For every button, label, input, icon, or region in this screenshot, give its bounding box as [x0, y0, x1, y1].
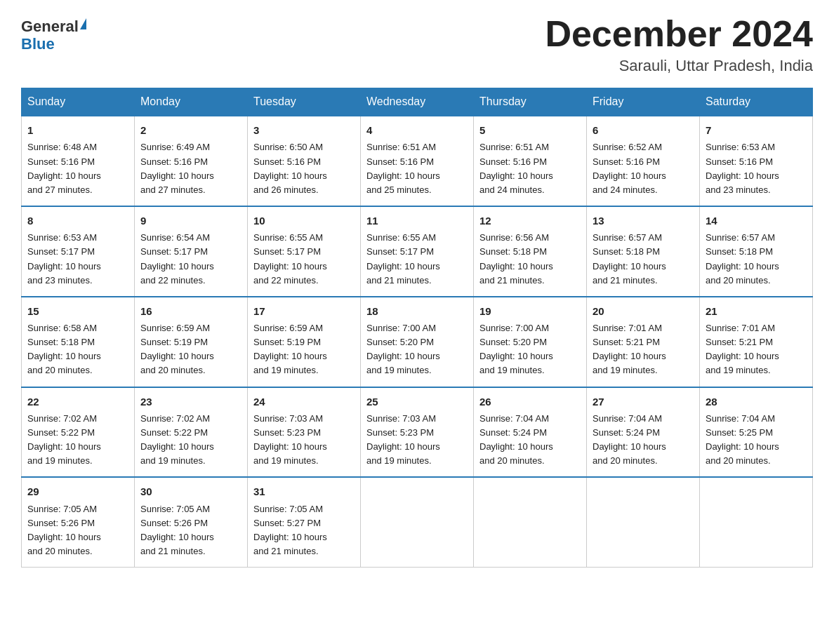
calendar-cell: 18Sunrise: 7:00 AMSunset: 5:20 PMDayligh… — [361, 297, 474, 387]
logo-blue-text: Blue — [21, 35, 55, 53]
day-info: Sunrise: 6:51 AMSunset: 5:16 PMDaylight:… — [479, 142, 553, 194]
logo: General Blue — [21, 14, 86, 53]
day-info: Sunrise: 6:59 AMSunset: 5:19 PMDaylight:… — [253, 323, 327, 375]
day-info: Sunrise: 7:01 AMSunset: 5:21 PMDaylight:… — [593, 323, 666, 375]
day-info: Sunrise: 6:50 AMSunset: 5:16 PMDaylight:… — [253, 142, 327, 194]
calendar-cell: 7Sunrise: 6:53 AMSunset: 5:16 PMDaylight… — [700, 116, 813, 206]
header-sunday: Sunday — [22, 88, 135, 116]
calendar-cell: 24Sunrise: 7:03 AMSunset: 5:23 PMDayligh… — [248, 387, 361, 478]
day-info: Sunrise: 6:49 AMSunset: 5:16 PMDaylight:… — [140, 142, 214, 194]
day-number: 12 — [479, 213, 581, 229]
calendar-cell: 16Sunrise: 6:59 AMSunset: 5:19 PMDayligh… — [135, 297, 248, 387]
calendar-cell: 2Sunrise: 6:49 AMSunset: 5:16 PMDaylight… — [135, 116, 248, 206]
day-info: Sunrise: 7:04 AMSunset: 5:24 PMDaylight:… — [593, 413, 666, 466]
calendar-cell: 26Sunrise: 7:04 AMSunset: 5:24 PMDayligh… — [474, 387, 587, 478]
calendar-body: 1Sunrise: 6:48 AMSunset: 5:16 PMDaylight… — [22, 116, 813, 568]
day-info: Sunrise: 6:55 AMSunset: 5:17 PMDaylight:… — [253, 232, 327, 285]
day-number: 24 — [253, 394, 355, 410]
calendar-cell: 20Sunrise: 7:01 AMSunset: 5:21 PMDayligh… — [587, 297, 700, 387]
day-info: Sunrise: 6:59 AMSunset: 5:19 PMDaylight:… — [140, 323, 214, 375]
calendar-cell — [474, 477, 587, 567]
day-number: 17 — [253, 303, 355, 319]
day-info: Sunrise: 6:51 AMSunset: 5:16 PMDaylight:… — [366, 142, 440, 194]
day-number: 18 — [366, 303, 468, 319]
day-info: Sunrise: 6:52 AMSunset: 5:16 PMDaylight:… — [593, 142, 666, 194]
calendar-cell: 21Sunrise: 7:01 AMSunset: 5:21 PMDayligh… — [700, 297, 813, 387]
day-info: Sunrise: 6:58 AMSunset: 5:18 PMDaylight:… — [27, 323, 101, 375]
calendar-week-row: 15Sunrise: 6:58 AMSunset: 5:18 PMDayligh… — [22, 297, 813, 387]
day-info: Sunrise: 7:05 AMSunset: 5:26 PMDaylight:… — [140, 504, 214, 556]
calendar-week-row: 22Sunrise: 7:02 AMSunset: 5:22 PMDayligh… — [22, 387, 813, 478]
day-number: 11 — [366, 213, 468, 229]
calendar-cell: 11Sunrise: 6:55 AMSunset: 5:17 PMDayligh… — [361, 206, 474, 297]
day-number: 19 — [479, 303, 581, 319]
header-friday: Friday — [587, 88, 700, 116]
day-info: Sunrise: 7:03 AMSunset: 5:23 PMDaylight:… — [253, 413, 327, 466]
day-info: Sunrise: 6:55 AMSunset: 5:17 PMDaylight:… — [366, 232, 440, 285]
calendar-cell: 25Sunrise: 7:03 AMSunset: 5:23 PMDayligh… — [361, 387, 474, 478]
header-monday: Monday — [135, 88, 248, 116]
day-number: 3 — [253, 122, 355, 138]
calendar-week-row: 29Sunrise: 7:05 AMSunset: 5:26 PMDayligh… — [22, 477, 813, 567]
calendar-cell: 28Sunrise: 7:04 AMSunset: 5:25 PMDayligh… — [700, 387, 813, 478]
calendar-cell: 9Sunrise: 6:54 AMSunset: 5:17 PMDaylight… — [135, 206, 248, 297]
calendar-cell: 13Sunrise: 6:57 AMSunset: 5:18 PMDayligh… — [587, 206, 700, 297]
day-info: Sunrise: 6:57 AMSunset: 5:18 PMDaylight:… — [706, 232, 779, 285]
day-info: Sunrise: 7:00 AMSunset: 5:20 PMDaylight:… — [366, 323, 440, 375]
day-info: Sunrise: 7:05 AMSunset: 5:26 PMDaylight:… — [27, 504, 101, 556]
calendar-week-row: 8Sunrise: 6:53 AMSunset: 5:17 PMDaylight… — [22, 206, 813, 297]
month-title: December 2024 — [545, 14, 813, 54]
day-info: Sunrise: 7:03 AMSunset: 5:23 PMDaylight:… — [366, 413, 440, 466]
day-number: 30 — [140, 483, 241, 499]
day-number: 13 — [593, 213, 694, 229]
day-number: 22 — [27, 394, 128, 410]
calendar-cell: 27Sunrise: 7:04 AMSunset: 5:24 PMDayligh… — [587, 387, 700, 478]
day-number: 4 — [366, 122, 468, 138]
day-info: Sunrise: 7:05 AMSunset: 5:27 PMDaylight:… — [253, 504, 327, 556]
calendar-cell: 5Sunrise: 6:51 AMSunset: 5:16 PMDaylight… — [474, 116, 587, 206]
day-number: 10 — [253, 213, 355, 229]
day-number: 14 — [706, 213, 807, 229]
day-number: 2 — [140, 122, 241, 138]
calendar-cell: 30Sunrise: 7:05 AMSunset: 5:26 PMDayligh… — [135, 477, 248, 567]
calendar-table: Sunday Monday Tuesday Wednesday Thursday… — [21, 88, 813, 568]
day-info: Sunrise: 7:01 AMSunset: 5:21 PMDaylight:… — [706, 323, 779, 375]
calendar-cell: 31Sunrise: 7:05 AMSunset: 5:27 PMDayligh… — [248, 477, 361, 567]
calendar-week-row: 1Sunrise: 6:48 AMSunset: 5:16 PMDaylight… — [22, 116, 813, 206]
day-info: Sunrise: 6:57 AMSunset: 5:18 PMDaylight:… — [593, 232, 666, 285]
day-number: 7 — [706, 122, 807, 138]
calendar-cell: 8Sunrise: 6:53 AMSunset: 5:17 PMDaylight… — [22, 206, 135, 297]
day-number: 29 — [27, 483, 128, 499]
day-number: 5 — [479, 122, 581, 138]
day-number: 23 — [140, 394, 241, 410]
location-title: Sarauli, Uttar Pradesh, India — [545, 57, 813, 75]
calendar-cell: 10Sunrise: 6:55 AMSunset: 5:17 PMDayligh… — [248, 206, 361, 297]
day-number: 8 — [27, 213, 128, 229]
calendar-header: Sunday Monday Tuesday Wednesday Thursday… — [22, 88, 813, 116]
day-number: 20 — [593, 303, 694, 319]
logo-general-text: General — [21, 18, 79, 35]
day-number: 1 — [27, 122, 128, 138]
logo-triangle-icon — [80, 18, 86, 29]
calendar-cell: 1Sunrise: 6:48 AMSunset: 5:16 PMDaylight… — [22, 116, 135, 206]
calendar-cell: 14Sunrise: 6:57 AMSunset: 5:18 PMDayligh… — [700, 206, 813, 297]
day-number: 27 — [593, 394, 694, 410]
header-row: Sunday Monday Tuesday Wednesday Thursday… — [22, 88, 813, 116]
calendar-cell — [700, 477, 813, 567]
calendar-cell: 3Sunrise: 6:50 AMSunset: 5:16 PMDaylight… — [248, 116, 361, 206]
day-number: 26 — [479, 394, 581, 410]
calendar-cell: 17Sunrise: 6:59 AMSunset: 5:19 PMDayligh… — [248, 297, 361, 387]
header-saturday: Saturday — [700, 88, 813, 116]
day-number: 15 — [27, 303, 128, 319]
day-number: 28 — [706, 394, 807, 410]
calendar-cell: 6Sunrise: 6:52 AMSunset: 5:16 PMDaylight… — [587, 116, 700, 206]
day-number: 16 — [140, 303, 241, 319]
page-header: General Blue December 2024 Sarauli, Utta… — [21, 14, 813, 75]
day-info: Sunrise: 6:53 AMSunset: 5:16 PMDaylight:… — [706, 142, 779, 194]
calendar-cell: 12Sunrise: 6:56 AMSunset: 5:18 PMDayligh… — [474, 206, 587, 297]
title-area: December 2024 Sarauli, Uttar Pradesh, In… — [545, 14, 813, 75]
day-number: 25 — [366, 394, 468, 410]
day-number: 9 — [140, 213, 241, 229]
day-info: Sunrise: 6:48 AMSunset: 5:16 PMDaylight:… — [27, 142, 101, 194]
calendar-cell: 23Sunrise: 7:02 AMSunset: 5:22 PMDayligh… — [135, 387, 248, 478]
